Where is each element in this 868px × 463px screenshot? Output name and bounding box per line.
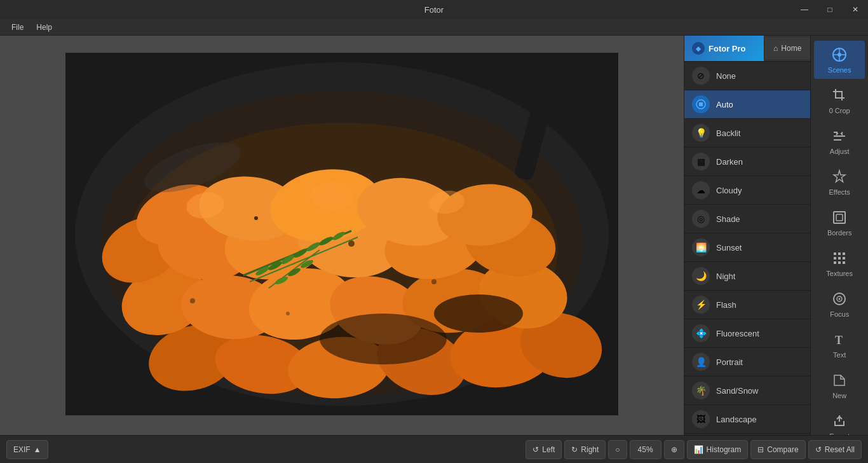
crop-zero: 0 — [829, 107, 835, 114]
zoom-display: 45% — [630, 440, 661, 459]
scene-item-auto[interactable]: Auto — [684, 90, 810, 119]
rotate-right-label: Right — [581, 445, 599, 454]
rotate-right-icon: ↻ — [571, 445, 578, 454]
rotate-left-button[interactable]: ↺ Left — [526, 440, 562, 459]
new-icon — [831, 371, 848, 389]
scene-backlit-icon: 💡 — [692, 124, 710, 142]
scene-item-fluorescent[interactable]: 💠 Fluorescent — [684, 319, 810, 348]
svg-point-27 — [190, 298, 195, 303]
tool-borders[interactable]: Borders — [814, 204, 865, 242]
exif-label: EXIF — [13, 445, 31, 454]
tool-scenes[interactable]: Scenes — [814, 41, 865, 79]
textures-icon — [831, 249, 848, 267]
scene-item-sunset[interactable]: 🌅 Sunset — [684, 233, 810, 262]
compare-button[interactable]: ⊟ Compare — [750, 440, 805, 459]
tool-effects[interactable]: Effects — [814, 163, 865, 201]
scenes-top-bar: ◆ Fotor Pro ⌂ Home — [684, 36, 810, 62]
tool-export[interactable]: Export — [814, 407, 865, 435]
scene-auto-icon — [692, 95, 710, 113]
scene-night-icon: 🌙 — [692, 267, 710, 285]
scene-item-portrait[interactable]: 👤 Portrait — [684, 348, 810, 377]
textures-label: Textures — [826, 270, 853, 277]
main-content: ◆ Fotor Pro ⌂ Home ⊘ None — [0, 36, 868, 435]
fit-button[interactable]: ○ — [608, 440, 627, 459]
crop-icon — [831, 86, 848, 104]
histogram-button[interactable]: 📊 Histogram — [687, 440, 749, 459]
tool-adjust[interactable]: Adjust — [814, 122, 865, 160]
scenes-icon — [831, 46, 848, 64]
scenes-list: ⊘ None Auto 💡 Backlit ▦ — [684, 62, 810, 435]
compare-label: Compare — [767, 445, 798, 454]
svg-rect-65 — [834, 257, 836, 259]
scene-shade-label: Shade — [716, 214, 740, 224]
rotate-right-button[interactable]: ↻ Right — [564, 440, 606, 459]
exif-button[interactable]: EXIF ▲ — [6, 440, 48, 459]
scene-darken-icon: ▦ — [692, 153, 710, 170]
scene-item-shade[interactable]: ◎ Shade — [684, 205, 810, 233]
tool-text[interactable]: T Text — [814, 326, 865, 364]
scene-item-none[interactable]: ⊘ None — [684, 62, 810, 90]
title-bar: Fotor — □ ✕ — [0, 0, 868, 19]
scene-item-cloudy[interactable]: ☁ Cloudy — [684, 176, 810, 205]
svg-text:T: T — [835, 334, 843, 347]
scene-none-label: None — [716, 71, 736, 81]
home-label: Home — [781, 44, 801, 53]
maximize-button[interactable]: □ — [817, 0, 843, 19]
canvas-area — [0, 36, 684, 435]
bottom-bar: EXIF ▲ ↺ Left ↻ Right ○ 45% ⊕ 📊 Histogra… — [0, 435, 868, 463]
compare-icon: ⊟ — [757, 445, 764, 454]
scene-night-label: Night — [716, 272, 735, 281]
close-button[interactable]: ✕ — [843, 0, 868, 19]
text-icon: T — [831, 331, 848, 349]
reset-label: Reset All — [825, 445, 855, 454]
scene-item-backlit[interactable]: 💡 Backlit — [684, 119, 810, 148]
scene-item-sand-snow[interactable]: 🌴 Sand/Snow — [684, 377, 810, 405]
svg-rect-70 — [843, 261, 845, 264]
svg-point-57 — [837, 53, 841, 57]
tool-new[interactable]: New — [814, 366, 865, 404]
zoom-fit-icon: ⊕ — [671, 445, 677, 454]
fotor-pro-label: Fotor Pro — [709, 44, 746, 53]
zoom-fit-button[interactable]: ⊕ — [664, 440, 684, 459]
tool-sidebar: Scenes 0 Crop Adjust — [811, 36, 868, 435]
scene-portrait-label: Portrait — [716, 357, 743, 367]
menu-file[interactable]: File — [5, 22, 30, 33]
scene-item-darken[interactable]: ▦ Darken — [684, 148, 810, 176]
scene-none-icon: ⊘ — [692, 67, 710, 85]
app-title: Fotor — [424, 5, 444, 15]
scene-landscape-icon: 🖼 — [692, 410, 710, 428]
minimize-button[interactable]: — — [792, 0, 817, 19]
svg-rect-67 — [843, 257, 845, 259]
food-image — [65, 53, 618, 415]
home-button[interactable]: ⌂ Home — [764, 38, 810, 59]
scene-item-night[interactable]: 🌙 Night — [684, 262, 810, 291]
scene-cloudy-icon: ☁ — [692, 181, 710, 199]
scene-item-landscape[interactable]: 🖼 Landscape — [684, 405, 810, 434]
scene-auto-label: Auto — [716, 100, 733, 109]
reset-button[interactable]: ↺ Reset All — [808, 440, 862, 459]
tool-textures[interactable]: Textures — [814, 244, 865, 282]
svg-rect-64 — [843, 252, 845, 255]
export-icon — [831, 412, 848, 430]
svg-rect-66 — [838, 257, 841, 259]
home-icon: ⌂ — [773, 44, 778, 53]
effects-icon — [831, 168, 848, 186]
new-label: New — [832, 392, 846, 399]
fotor-pro-icon: ◆ — [692, 42, 705, 55]
focus-icon — [831, 290, 848, 308]
svg-point-73 — [839, 298, 841, 300]
scene-flash-icon: ⚡ — [692, 296, 710, 314]
adjust-label: Adjust — [830, 148, 850, 155]
scene-sand-snow-icon: 🌴 — [692, 382, 710, 399]
scenes-label: Scenes — [828, 66, 851, 74]
tool-crop[interactable]: 0 Crop — [814, 81, 865, 120]
svg-point-47 — [320, 314, 447, 364]
scene-flash-label: Flash — [716, 300, 736, 310]
svg-rect-53 — [699, 102, 703, 106]
tool-focus[interactable]: Focus — [814, 285, 865, 323]
menu-help[interactable]: Help — [30, 22, 58, 33]
reset-icon: ↺ — [815, 445, 822, 454]
crop-label: 0 Crop — [829, 107, 850, 114]
scene-item-flash[interactable]: ⚡ Flash — [684, 291, 810, 319]
fotor-pro-button[interactable]: ◆ Fotor Pro — [684, 36, 764, 61]
